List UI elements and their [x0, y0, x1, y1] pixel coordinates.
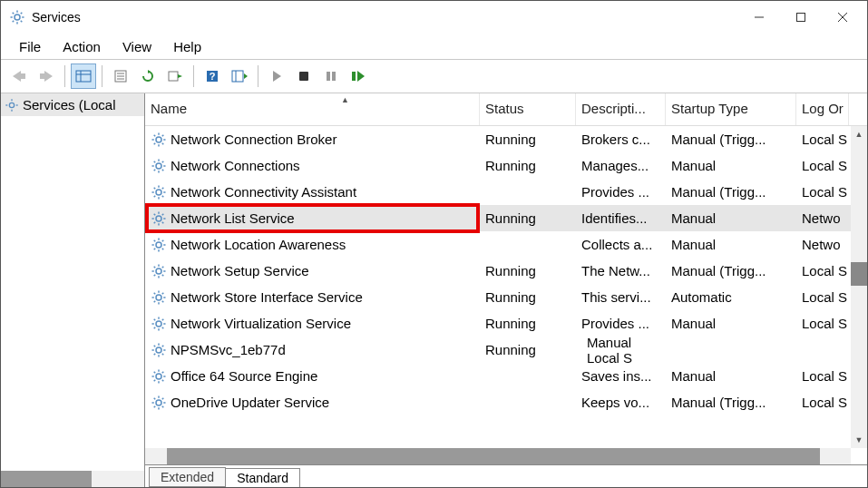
nav-services-local[interactable]: Services (Local [1, 93, 144, 116]
service-logon: Local S [796, 316, 849, 331]
minimize-button[interactable] [738, 4, 780, 31]
svg-line-66 [154, 195, 156, 197]
svg-marker-24 [178, 74, 182, 78]
gear-icon [151, 132, 167, 148]
service-row[interactable]: Office 64 Source EngineSaves ins...Manua… [145, 363, 867, 389]
tab-extended[interactable]: Extended [149, 467, 226, 487]
svg-line-127 [154, 371, 156, 373]
svg-text:?: ? [210, 71, 216, 82]
menubar: File Action View Help [1, 34, 867, 59]
service-row[interactable]: Network List ServiceRunningIdentifies...… [145, 205, 867, 231]
export-list-button[interactable] [162, 63, 188, 89]
service-logon: Local S [796, 395, 849, 410]
service-name: Network Connection Broker [171, 132, 336, 147]
col-description[interactable]: Descripti... [576, 93, 666, 125]
maximize-button[interactable] [780, 4, 822, 31]
service-startup: Manual (Trigg... [666, 395, 796, 410]
titlebar: Services [1, 1, 867, 34]
col-name[interactable]: Name▲ [145, 93, 480, 125]
menu-action[interactable]: Action [52, 35, 112, 58]
service-description: The Netw... [576, 263, 666, 278]
scroll-up-icon[interactable]: ▲ [851, 126, 867, 142]
service-name: Network List Service [171, 210, 295, 226]
svg-marker-30 [273, 71, 281, 82]
pause-service-button[interactable] [318, 63, 344, 89]
start-service-button[interactable] [264, 63, 289, 89]
svg-line-46 [154, 134, 156, 136]
service-row[interactable]: Network Connection BrokerRunningBrokers … [145, 126, 867, 152]
show-hide-tree-button[interactable] [71, 63, 96, 89]
service-description: This servi... [576, 289, 666, 305]
service-row[interactable]: Network Connectivity AssistantProvides .… [145, 179, 867, 205]
service-row[interactable]: Network Store Interface ServiceRunningTh… [145, 284, 867, 310]
toolbar: ? [1, 59, 867, 93]
service-startup: Manual [666, 158, 796, 173]
service-row[interactable]: NPSMSvc_1eb77dRunningManualLocal S [145, 337, 867, 363]
properties-button[interactable] [108, 63, 133, 89]
svg-point-113 [156, 347, 161, 353]
svg-line-129 [154, 379, 156, 381]
service-row[interactable]: Network Setup ServiceRunningThe Netw...M… [145, 258, 867, 284]
forward-button[interactable] [34, 63, 59, 89]
service-row[interactable]: Network Virtualization ServiceRunningPro… [145, 310, 867, 337]
scroll-down-icon[interactable]: ▼ [851, 432, 867, 448]
view-button[interactable] [227, 63, 252, 89]
service-row[interactable]: Network ConnectionsRunningManages...Manu… [145, 152, 867, 179]
grid-header: Name▲ Status Descripti... Startup Type L… [145, 93, 867, 126]
grid-vertical-scrollbar[interactable]: ▲ ▼ [851, 126, 867, 448]
service-row[interactable]: Network Location AwarenessCollects a...M… [145, 231, 867, 258]
grid-horizontal-scrollbar[interactable] [145, 448, 851, 464]
svg-point-50 [156, 163, 161, 169]
gear-icon [151, 237, 167, 253]
service-row[interactable]: OneDrive Updater ServiceKeeps vo...Manua… [145, 389, 867, 415]
svg-line-119 [162, 353, 164, 355]
svg-line-128 [162, 379, 164, 381]
gear-icon [151, 184, 167, 200]
back-button[interactable] [6, 63, 32, 89]
svg-line-76 [162, 213, 164, 215]
svg-point-41 [156, 137, 161, 142]
menu-view[interactable]: View [112, 35, 162, 58]
service-description: Provides ... [576, 184, 666, 200]
gear-icon [151, 342, 167, 358]
svg-line-64 [154, 187, 156, 189]
svg-line-100 [154, 292, 156, 294]
service-name: NPSMSvc_1eb77d [171, 342, 286, 357]
svg-line-6 [21, 21, 23, 23]
scroll-thumb[interactable] [851, 262, 867, 286]
nav-horizontal-scrollbar[interactable] [1, 471, 144, 487]
service-status: Running [480, 289, 576, 305]
col-startup-type[interactable]: Startup Type [666, 93, 796, 125]
service-description: Identifies... [576, 210, 666, 226]
col-status[interactable]: Status [480, 93, 576, 125]
svg-line-5 [13, 13, 15, 15]
refresh-button[interactable] [135, 63, 161, 89]
gear-icon [151, 263, 167, 279]
svg-line-55 [154, 161, 156, 162]
svg-rect-32 [327, 72, 330, 81]
svg-line-138 [154, 405, 156, 407]
tab-standard[interactable]: Standard [225, 468, 300, 487]
gear-icon [151, 158, 167, 174]
help-button[interactable]: ? [200, 63, 225, 89]
service-startup: Manual (Trigg... [666, 263, 796, 278]
service-startup: Manual (Trigg... [666, 184, 796, 200]
service-description: Brokers c... [576, 132, 666, 147]
service-status: Running [480, 316, 576, 331]
service-logon: Local S [796, 289, 849, 305]
service-logon: Local S [581, 350, 634, 366]
gear-icon [151, 210, 167, 227]
close-button[interactable] [822, 4, 863, 31]
col-log-on-as[interactable]: Log Or [796, 93, 849, 125]
stop-service-button[interactable] [291, 63, 317, 89]
menu-help[interactable]: Help [162, 35, 212, 58]
svg-marker-35 [357, 71, 365, 82]
svg-rect-33 [332, 72, 336, 81]
gear-icon [151, 368, 167, 385]
svg-line-75 [154, 221, 156, 223]
app-gear-icon [8, 8, 26, 26]
svg-line-137 [162, 405, 164, 407]
service-logon: Local S [796, 184, 849, 200]
menu-file[interactable]: File [8, 35, 52, 58]
restart-service-button[interactable] [346, 63, 371, 89]
